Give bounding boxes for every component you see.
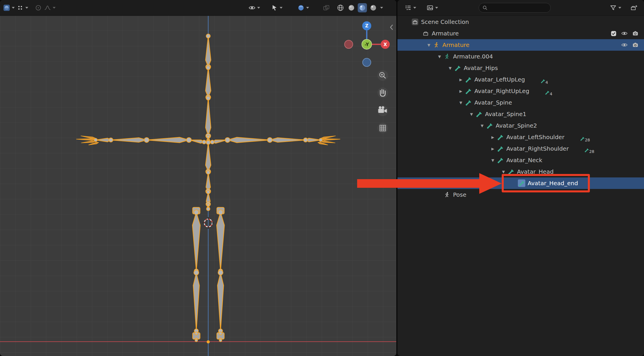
mode-dots-icon [16, 4, 24, 12]
display-mode-icon [426, 4, 434, 12]
3d-viewport[interactable]: Z X -Y [0, 0, 396, 356]
camera-toggle[interactable] [632, 41, 639, 48]
gizmo-axis-z[interactable]: Z [362, 21, 371, 30]
new-collection-button[interactable] [630, 0, 638, 16]
eye-icon [248, 4, 256, 12]
gizmo-axis-neg-z[interactable] [363, 58, 371, 67]
outliner-editor-type-button[interactable] [404, 0, 416, 16]
shading-rendered-button[interactable] [369, 3, 378, 12]
row-label: Pose [453, 191, 466, 198]
show-gizmos-button[interactable] [248, 4, 260, 12]
pan-hand-button[interactable] [377, 88, 388, 98]
outliner-row[interactable]: ▶Avatar_RightShoulder28 [397, 143, 644, 154]
disclosure-triangle[interactable]: ▼ [478, 124, 486, 128]
grid-ortho-button[interactable] [377, 123, 388, 133]
annotation-box [502, 174, 590, 192]
zoom-button[interactable] [377, 70, 388, 81]
proportional-circle-icon [35, 4, 42, 12]
outliner-row[interactable]: ▶Avatar_LeftShoulder28 [397, 131, 644, 143]
disclosure-triangle[interactable]: ▼ [500, 170, 507, 174]
gizmo-y-label: -Y [365, 42, 369, 47]
disclosure-triangle[interactable]: ▶ [457, 77, 465, 82]
disclosure-triangle[interactable]: ▼ [468, 112, 475, 116]
outliner-tree-icon [404, 4, 412, 12]
chevron-down-icon [280, 7, 283, 9]
overlays-button[interactable] [297, 4, 309, 12]
disclosure-triangle[interactable]: ▼ [489, 158, 497, 162]
bone-count-badge: 28 [580, 136, 590, 141]
3d-viewport-editor-icon [3, 4, 10, 12]
gizmo-axis-x[interactable]: X [381, 40, 390, 49]
camera-view-button[interactable] [377, 105, 388, 116]
chevron-down-icon [380, 7, 383, 9]
chevron-down-icon [53, 7, 56, 9]
chevron-down-icon [25, 7, 28, 9]
bone-count-badge: 4 [545, 90, 552, 95]
search-box[interactable] [479, 3, 551, 13]
gizmo-axis-neg-x[interactable] [344, 40, 353, 49]
bone-icon [475, 110, 483, 118]
gizmo-axis-neg-y[interactable]: -Y [362, 39, 372, 49]
camera-toggle[interactable] [632, 30, 639, 37]
shading-wireframe-button[interactable] [336, 3, 345, 12]
armature-data-icon [443, 53, 451, 60]
row-label: Scene Collection [421, 18, 469, 25]
row-label: Avatar_RightShoulder [506, 145, 569, 152]
disclosure-triangle[interactable]: ▼ [425, 43, 433, 47]
bone-icon [497, 145, 504, 152]
gizmo-dropdown-button[interactable] [271, 4, 283, 12]
filter-funnel-icon [609, 4, 617, 12]
outliner-header [397, 0, 644, 16]
eye-toggle[interactable] [621, 30, 628, 37]
bone-count-badge: 28 [584, 148, 594, 152]
bone-icon [454, 64, 461, 72]
armature-object-icon [433, 41, 440, 49]
shading-material-button[interactable] [358, 3, 367, 12]
disclosure-triangle[interactable]: ▶ [489, 147, 497, 151]
outliner-row[interactable]: ▼Avatar_Hips [397, 62, 644, 74]
row-label: Armature [432, 30, 459, 37]
xray-toggle-button[interactable] [323, 4, 330, 12]
disclosure-triangle[interactable]: ▼ [457, 101, 465, 105]
outliner-row[interactable]: ▶Avatar_RightUpLeg4 [397, 85, 644, 97]
outliner-row[interactable]: Armature [397, 28, 644, 39]
row-label: Armature [442, 41, 469, 48]
disclosure-triangle[interactable]: ▼ [436, 54, 443, 59]
scene-collection-icon [411, 18, 419, 26]
display-mode-button[interactable] [426, 0, 438, 16]
bone-icon [465, 99, 472, 106]
new-collection-icon [630, 4, 638, 12]
rendered-sphere-icon [369, 4, 377, 12]
filter-button[interactable] [609, 0, 621, 16]
outliner-row[interactable]: ▼Avatar_Spine [397, 97, 644, 108]
search-input[interactable] [488, 5, 541, 11]
row-label: Avatar_Spine [474, 99, 512, 106]
eye-toggle[interactable] [621, 41, 628, 48]
outliner-row[interactable]: Scene Collection [397, 16, 644, 28]
search-icon [482, 5, 488, 11]
outliner-row[interactable]: ▼Armature.004 [397, 51, 644, 62]
checkbox-toggle[interactable] [610, 30, 617, 37]
proportional-falloff-button[interactable] [44, 4, 56, 12]
disclosure-triangle[interactable]: ▶ [457, 89, 465, 93]
viewport-canvas[interactable]: Z X -Y [0, 16, 396, 356]
outliner-row[interactable]: ▶Avatar_LeftUpLeg4 [397, 74, 644, 85]
gizmo-x-label: X [383, 42, 387, 47]
viewport-header [0, 0, 396, 16]
chevron-down-icon [257, 7, 260, 9]
proportional-editing-button[interactable] [35, 4, 42, 12]
bone-icon [486, 122, 493, 129]
bone-count-badge: 4 [541, 79, 548, 83]
disclosure-triangle[interactable]: ▶ [489, 135, 497, 139]
bone-icon [497, 156, 504, 164]
mode-dropdown-button[interactable] [16, 4, 28, 12]
outliner-row[interactable]: ▼Avatar_Spine2 [397, 120, 644, 131]
shading-solid-button[interactable] [347, 3, 356, 12]
editor-type-button[interactable] [3, 4, 15, 12]
pose-icon [443, 191, 451, 198]
outliner-row[interactable]: ▼Avatar_Neck [397, 154, 644, 166]
disclosure-triangle[interactable]: ▼ [446, 66, 454, 70]
outliner-row[interactable]: ▼Avatar_Spine1 [397, 108, 644, 120]
overlay-sphere-icon [297, 4, 305, 12]
outliner-row[interactable]: ▼Armature [397, 39, 644, 51]
